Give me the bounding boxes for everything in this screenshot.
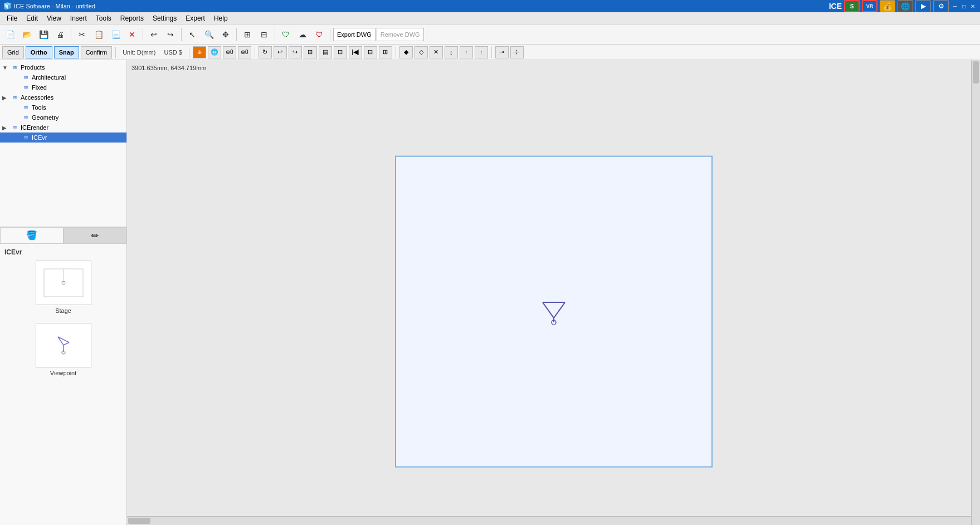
main-toolbar: 📄 📂 💾 🖨 ✂ 📋 📃 ✕ ↩ ↪ ↖ 🔍 ✥ ⊞ ⊟ 🛡 ☁ 🛡 Expo… [0, 24, 980, 45]
tree-item-icerender[interactable]: ▶ ≋ ICErender [0, 122, 126, 133]
undo-sec-icon[interactable]: ↩ [274, 46, 287, 58]
restore-button[interactable]: □ [960, 2, 968, 10]
wallet-icon[interactable]: 💰 [880, 0, 895, 12]
globe-sec-icon[interactable]: 🌐 [208, 46, 221, 58]
viewpoint-preview [36, 323, 91, 367]
stage-svg [41, 266, 86, 300]
shield2-btn[interactable]: 🛡 [311, 27, 327, 42]
scrollbar-thumb-v[interactable] [973, 61, 979, 84]
vr-icon[interactable]: VR [862, 0, 877, 12]
menu-settings[interactable]: Settings [148, 13, 181, 23]
diamond2-icon[interactable]: ◇ [415, 46, 428, 58]
tab-pencil[interactable]: ✏ [64, 227, 127, 243]
sep1 [71, 28, 71, 41]
pan-button[interactable]: ✥ [218, 27, 233, 42]
close-button[interactable]: ✕ [969, 2, 977, 10]
num-icon-2[interactable]: ⊕0 [223, 46, 236, 58]
expander-icerender: ▶ [2, 125, 10, 131]
tree-item-architectural[interactable]: ≋ Architectural [0, 72, 126, 82]
remove-dwg-button[interactable]: Remove DWG [377, 28, 424, 41]
tree-item-geometry[interactable]: ≋ Geometry [0, 112, 126, 122]
arrow-up-icon[interactable]: ↑ [460, 46, 473, 58]
paste-button[interactable]: 📋 [91, 27, 106, 42]
canvas-coordinates: 3901.635mm, 6434.719mm [131, 65, 207, 71]
accessories-label: Accessories [21, 94, 53, 101]
menu-help[interactable]: Help [209, 13, 232, 23]
currency-label: USD $ [160, 49, 185, 56]
num-icon-1[interactable]: ⊕ [193, 46, 206, 58]
minimize-button[interactable]: ─ [951, 2, 959, 10]
redo-sec-icon[interactable]: ↪ [289, 46, 302, 58]
globe-icon[interactable]: 🌐 [898, 0, 913, 12]
menu-edit[interactable]: Edit [22, 13, 42, 23]
left-panel-tabs: 🪣 ✏ [0, 227, 126, 244]
measure-icon[interactable]: ⊸ [495, 46, 509, 58]
menu-insert[interactable]: Insert [66, 13, 91, 23]
grid-sec-icon[interactable]: ⊞ [304, 46, 317, 58]
menu-expert[interactable]: Expert [181, 13, 209, 23]
layers-icon[interactable]: ▤ [319, 46, 332, 58]
grid-view-button[interactable]: ⊞ [240, 27, 255, 42]
tree-item-fixed[interactable]: ≋ Fixed [0, 82, 126, 92]
ortho-button[interactable]: Ortho [26, 46, 52, 58]
stage-preview [36, 261, 91, 305]
stage-item[interactable]: Stage [4, 261, 122, 314]
tab-bucket[interactable]: 🪣 [0, 227, 64, 243]
canvas-area[interactable]: 3901.635mm, 6434.719mm [127, 60, 980, 525]
fixed-label: Fixed [32, 84, 47, 91]
horizontal-scrollbar[interactable] [127, 516, 971, 525]
new-button[interactable]: 📄 [2, 27, 18, 42]
pipe-icon[interactable]: |◀| [349, 46, 362, 58]
barrier-icon[interactable]: ⊡ [334, 46, 347, 58]
settings-icon[interactable]: ⚙ [933, 0, 949, 12]
arrow-icon[interactable]: ▶ [915, 0, 931, 12]
tree-item-icevr[interactable]: ≋ ICEvr [0, 133, 126, 143]
updown-icon[interactable]: ↕ [445, 46, 458, 58]
expander-products: ▼ [2, 65, 10, 71]
tree-item-accessories[interactable]: ▶ ≋ Accessories [0, 92, 126, 102]
sec-sep2 [189, 47, 189, 58]
menu-file[interactable]: File [2, 13, 22, 23]
delete-button[interactable]: ✕ [124, 27, 140, 42]
shield-btn[interactable]: 🛡 [278, 27, 294, 42]
menu-tools[interactable]: Tools [91, 13, 116, 23]
products-label: Products [21, 64, 45, 71]
redo-button[interactable]: ↪ [163, 27, 178, 42]
grid2-icon[interactable]: ⊟ [364, 46, 377, 58]
cloud-btn[interactable]: ☁ [295, 27, 310, 42]
cross-icon[interactable]: ✕ [430, 46, 443, 58]
measure2-icon[interactable]: ⊹ [510, 46, 524, 58]
tree-item-products[interactable]: ▼ ≋ Products [0, 62, 126, 72]
sec-sep4 [396, 47, 396, 58]
scrollbar-thumb-h[interactable] [128, 518, 150, 524]
export-dwg-button[interactable]: Export DWG [333, 28, 376, 41]
cursor-button[interactable]: ↖ [184, 27, 200, 42]
undo-button[interactable]: ↩ [146, 27, 162, 42]
copy-icon[interactable]: ⊞ [379, 46, 392, 58]
num-icon-3[interactable]: ⊕0 [238, 46, 251, 58]
geometry-icon: ≋ [21, 113, 30, 122]
snap-button[interactable]: Snap [54, 46, 79, 58]
page-button[interactable]: 📃 [108, 27, 123, 42]
table-button[interactable]: ⊟ [256, 27, 272, 42]
menu-view[interactable]: View [42, 13, 66, 23]
cut-button[interactable]: ✂ [74, 27, 90, 42]
viewpoint-canvas-svg [537, 297, 571, 325]
sec-sep1 [115, 47, 116, 58]
rotate-icon[interactable]: ↻ [259, 46, 272, 58]
zoom-button[interactable]: 🔍 [201, 27, 217, 42]
arrow-up2-icon[interactable]: ↑ [475, 46, 488, 58]
save-button[interactable]: 💾 [36, 27, 51, 42]
vertical-scrollbar[interactable] [971, 60, 980, 525]
product-panel: ICEvr Stage [0, 244, 126, 525]
shield-s-icon[interactable]: S [844, 0, 860, 12]
confirm-button[interactable]: Confirm [81, 46, 113, 58]
viewpoint-item[interactable]: Viewpoint [4, 323, 122, 376]
print-button[interactable]: 🖨 [52, 27, 68, 42]
tree-item-tools[interactable]: ≋ Tools [0, 102, 126, 112]
diamond-icon[interactable]: ◆ [399, 46, 413, 58]
open-button[interactable]: 📂 [19, 27, 35, 42]
menu-reports[interactable]: Reports [116, 13, 148, 23]
sep5 [275, 28, 275, 41]
grid-button[interactable]: Grid [2, 46, 24, 58]
